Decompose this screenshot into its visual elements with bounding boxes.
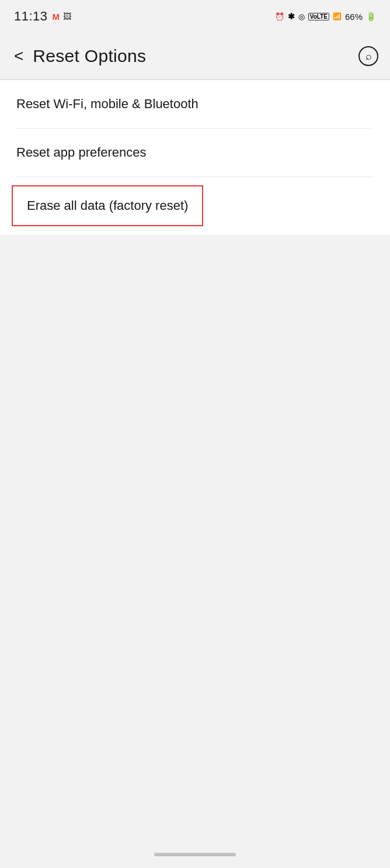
- header: < Reset Options ⌕: [0, 33, 390, 79]
- erase-data-wrapper: Erase all data (factory reset): [0, 177, 390, 234]
- status-bar-left: 11:13 M 🖼: [14, 9, 71, 24]
- empty-space: [0, 234, 390, 760]
- battery-icon: 🔋: [366, 12, 376, 21]
- status-bar-right: ⏰ ✱ ◎ VoLTE 📶 66% 🔋: [275, 12, 376, 22]
- page-title: Reset Options: [33, 46, 146, 66]
- reset-app-label: Reset app preferences: [16, 145, 147, 160]
- status-bar: 11:13 M 🖼 ⏰ ✱ ◎ VoLTE 📶 66% 🔋: [0, 0, 390, 33]
- status-icons-left: M 🖼: [53, 12, 72, 22]
- back-button[interactable]: <: [12, 44, 26, 68]
- header-left: < Reset Options: [12, 44, 146, 68]
- search-icon[interactable]: ⌕: [358, 46, 378, 66]
- reset-wifi-label: Reset Wi-Fi, mobile & Bluetooth: [16, 96, 199, 111]
- gmail-icon: M: [53, 12, 60, 22]
- bottom-nav-indicator: [154, 853, 236, 856]
- bluetooth-icon: ✱: [288, 12, 295, 21]
- battery-percent: 66%: [345, 12, 363, 22]
- volte-icon: VoLTE: [308, 13, 329, 20]
- erase-data-label: Erase all data (factory reset): [27, 198, 188, 213]
- status-time: 11:13: [14, 9, 48, 24]
- reset-app-item[interactable]: Reset app preferences: [0, 129, 390, 177]
- signal-icon: 📶: [333, 12, 342, 20]
- erase-data-item[interactable]: Erase all data (factory reset): [12, 185, 203, 226]
- content-area: Reset Wi-Fi, mobile & Bluetooth Reset ap…: [0, 80, 390, 760]
- wifi-icon: ◎: [298, 12, 305, 21]
- alarm-icon: ⏰: [275, 12, 284, 21]
- image-icon: 🖼: [63, 12, 71, 21]
- reset-wifi-item[interactable]: Reset Wi-Fi, mobile & Bluetooth: [0, 80, 390, 128]
